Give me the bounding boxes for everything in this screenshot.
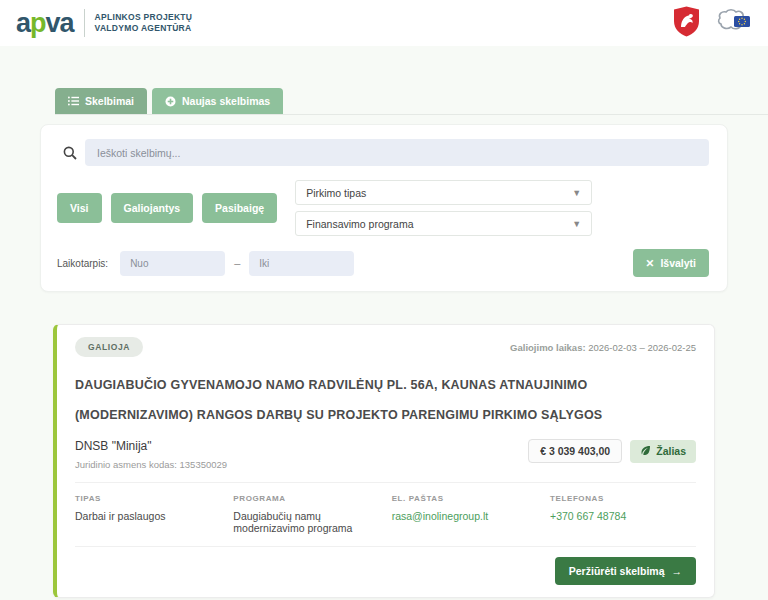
tab-label: Skelbimai [85, 95, 134, 107]
clear-filters-button[interactable]: ✕ Išvalyti [633, 249, 709, 277]
close-icon: ✕ [646, 257, 655, 269]
organization-name: DNSB "Minija" [75, 439, 227, 453]
arrow-right-icon: → [672, 565, 683, 577]
period-label: Laikotarpis: [57, 258, 108, 269]
detail-el-pastas: EL. PAŠTAS rasa@inolinegroup.lt [392, 494, 550, 534]
detail-telefonas: TELEFONAS +370 667 48784 [550, 494, 708, 534]
apva-logo: apva APLINKOS PROJEKTŲ VALDYMO AGENTŪRA [16, 9, 192, 37]
select-value: Pirkimo tipas [306, 187, 366, 199]
status-badge: GALIOJA [75, 337, 143, 357]
pirkimo-tipas-select[interactable]: Pirkimo tipas ▼ [295, 180, 592, 205]
green-tag-badge: Žalias [630, 440, 696, 463]
eu-flag-icon [716, 8, 752, 38]
tab-naujas-skelbimas[interactable]: Naujas skelbimas [152, 88, 283, 114]
filter-visi-button[interactable]: Visi [57, 193, 102, 223]
filter-pasibaige-button[interactable]: Pasibaigę [202, 193, 277, 223]
announcement-card: GALIOJA Galiojimo laikas: 2026-02-03 – 2… [53, 324, 715, 598]
detail-programa: PROGRAMA Daugiabučių namų modernizavimo … [233, 494, 391, 534]
tab-label: Naujas skelbimas [182, 95, 270, 107]
tabs-bar: Skelbimai Naujas skelbimas [55, 88, 768, 115]
lithuania-coat-of-arms-icon [673, 6, 700, 41]
tab-skelbimai[interactable]: Skelbimai [55, 88, 147, 114]
logo-divider [84, 9, 85, 37]
list-icon [68, 96, 79, 106]
detail-tipas: TIPAS Darbai ir paslaugos [75, 494, 233, 534]
leaf-icon [640, 445, 651, 458]
app-header: apva APLINKOS PROJEKTŲ VALDYMO AGENTŪRA [0, 0, 768, 46]
apva-logo-wordmark: apva [16, 10, 74, 37]
announcement-title: DAUGIABUČIO GYVENAMOJO NAMO RADVILĖNŲ PL… [75, 370, 696, 430]
agency-name: APLINKOS PROJEKTŲ VALDYMO AGENTŪRA [95, 12, 193, 33]
search-icon [55, 146, 85, 160]
email-link[interactable]: rasa@inolinegroup.lt [392, 510, 550, 522]
filter-galiojantys-button[interactable]: Galiojantys [111, 193, 194, 223]
validity-period: Galiojimo laikas: 2026-02-03 – 2026-02-2… [510, 342, 696, 353]
chevron-down-icon: ▼ [572, 188, 581, 198]
select-value: Finansavimo programa [306, 218, 413, 230]
plus-circle-icon [165, 96, 176, 107]
apva-leaf-p: p [30, 8, 46, 38]
date-from-input[interactable] [120, 251, 225, 276]
phone-link[interactable]: +370 667 48784 [550, 510, 708, 522]
finansavimo-programa-select[interactable]: Finansavimo programa ▼ [295, 211, 592, 236]
amount-badge: € 3 039 403,00 [528, 439, 622, 463]
search-input[interactable] [85, 139, 709, 166]
date-range-dash: – [234, 257, 240, 269]
filter-panel: Visi Galiojantys Pasibaigę Pirkimo tipas… [40, 124, 728, 292]
date-to-input[interactable] [249, 251, 354, 276]
chevron-down-icon: ▼ [572, 219, 581, 229]
organization-code: Juridinio asmens kodas: 135350029 [75, 459, 227, 470]
view-announcement-button[interactable]: Peržiūrėti skelbimą → [555, 557, 696, 585]
